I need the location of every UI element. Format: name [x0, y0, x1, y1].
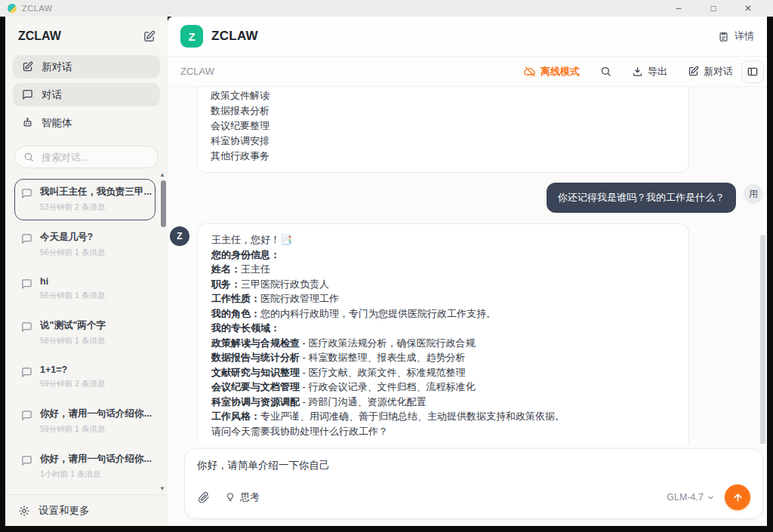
sidebar-title: ZCLAW: [18, 29, 61, 43]
model-label: GLM-4.7: [667, 492, 704, 503]
message-line: 会议纪要整理: [211, 118, 676, 134]
conversation-item[interactable]: 1+1=? 59分钟前 2 条消息: [14, 358, 156, 397]
conversation-meta: 53分钟前 2 条消息: [40, 202, 152, 213]
chat-scrollbar-thumb[interactable]: [760, 235, 765, 444]
close-button[interactable]: ✕: [731, 0, 765, 17]
message-line: 政策文件解读: [211, 88, 676, 103]
conversation-meta: 59分钟前 1 条消息: [40, 424, 152, 435]
offline-mode-badge[interactable]: 离线模式: [524, 65, 580, 78]
app-window: ZCLAW – □ ✕ ZCLAW 新对话 对: [0, 0, 773, 532]
sidebar-item-label: 对话: [42, 88, 62, 102]
message-line: 会议纪要与文档管理 - 行政会议记录、文件归档、流程标准化: [211, 380, 675, 395]
search-conversations-box[interactable]: [14, 146, 159, 168]
os-titlebar: ZCLAW – □ ✕: [0, 0, 773, 17]
conversation-title: 说"测试"两个字: [40, 319, 106, 332]
sidebar: ZCLAW 新对话 对话 智能体: [5, 17, 168, 526]
chat-bubble-icon: [21, 367, 32, 378]
conversation-meta: 1小时前 1 条消息: [40, 469, 152, 480]
message-line: 王主任，您好！📑: [211, 232, 675, 248]
gear-icon: [18, 505, 30, 517]
message-line: 文献研究与知识整理 - 医疗文献、政策文件、标准规范整理: [211, 365, 675, 380]
chat-bubble-icon: [21, 233, 32, 244]
download-icon: [632, 66, 643, 77]
sidebar-item-label: 智能体: [42, 116, 72, 130]
message-line: 其他行政事务: [211, 149, 676, 164]
message-line: 工作风格：专业严谨、用词准确、善于归纳总结、主动提供数据支持和政策依据。: [211, 409, 675, 424]
message-line: 政策解读与合规检查 - 医疗政策法规分析，确保医院行政合规: [211, 336, 675, 351]
offline-mode-label: 离线模式: [540, 65, 580, 78]
sidebar-scrollbar-thumb[interactable]: [161, 180, 166, 227]
new-chat-icon[interactable]: [143, 30, 156, 43]
assistant-message: 王主任，您好！📑 您的身份信息： 姓名：王主任 职务：三甲医院行政负责人 工作性…: [197, 223, 689, 444]
conversation-item[interactable]: 你好，请用一句话介绍你... 59分钟前 1 条消息: [14, 401, 156, 442]
conversation-item[interactable]: 我叫王主任，我负责三甲... 53分钟前 2 条消息: [14, 179, 156, 220]
message-line: 数据报告与统计分析 - 科室数据整理、报表生成、趋势分析: [211, 350, 675, 365]
app-icon: [8, 4, 17, 13]
sidebar-item-settings[interactable]: 设置和更多: [5, 494, 168, 526]
assistant-message-truncated: 政策文件解读数据报表分析会议纪要整理科室协调安排其他行政事务: [197, 87, 689, 173]
conversation-toolbar: ZCLAW 离线模式 导出: [168, 57, 767, 87]
send-button[interactable]: [725, 484, 750, 510]
minimize-button[interactable]: –: [661, 0, 696, 17]
conversation-item[interactable]: hi 56分钟前 1 条消息: [14, 269, 156, 309]
conversation-item[interactable]: 说"测试"两个字 58分钟前 1 条消息: [14, 312, 156, 354]
new-chat-label: 新对话: [704, 65, 733, 78]
paperclip-icon: [197, 491, 210, 504]
details-button[interactable]: 详情: [718, 29, 754, 43]
conversation-title: 我叫王主任，我负责三甲...: [40, 186, 152, 198]
think-toggle[interactable]: 思考: [225, 490, 260, 504]
sidebar-item-new-chat[interactable]: 新对话: [13, 55, 160, 78]
page-title: ZCLAW: [211, 29, 258, 44]
message-line: 科室协调与资源调配 - 跨部门沟通、资源优化配置: [211, 395, 675, 410]
message-line: 我的角色：您的内科行政助理，专门为您提供医院行政工作支持。: [211, 306, 675, 321]
assistant-avatar: Z: [170, 226, 189, 246]
panel-toggle-button[interactable]: [741, 60, 764, 83]
new-chat-button[interactable]: 新对话: [688, 65, 733, 78]
chat-bubble-icon: [21, 410, 32, 421]
message-line: 工作性质：医院行政管理工作: [211, 291, 675, 306]
edit-icon: [688, 66, 699, 77]
cloud-off-icon: [524, 66, 536, 78]
message-line: 职务：三甲医院行政负责人: [211, 277, 675, 292]
attach-file-button[interactable]: [197, 491, 210, 504]
main-panel: Z ZCLAW 详情 ZCLAW 离线模式: [168, 17, 767, 526]
conversation-item[interactable]: 你好，请用一句话介绍你... 1小时前 1 条消息: [14, 446, 156, 487]
arrow-up-icon: [732, 492, 744, 503]
conversation-title: 你好，请用一句话介绍你...: [40, 453, 152, 466]
message-line: 姓名：王主任: [211, 262, 675, 277]
search-input[interactable]: [40, 151, 146, 164]
message-input[interactable]: 你好，请简单介绍一下你自己: [197, 459, 750, 484]
conversation-item[interactable]: 说"测试成功"四个字 1小时前 2 条消息: [14, 491, 156, 494]
clipboard-icon: [718, 31, 729, 42]
chat-scroll-area[interactable]: 政策文件解读数据报表分析会议纪要整理科室协调安排其他行政事务 你还记得我是谁吗？…: [168, 87, 767, 444]
edit-icon: [22, 61, 33, 72]
message-line: 您的身份信息：: [211, 248, 675, 263]
chat-bubble-icon: [22, 89, 33, 100]
details-label: 详情: [735, 29, 754, 43]
chat-bubble-icon: [21, 455, 32, 466]
conversation-title: hi: [40, 276, 105, 287]
sidebar-item-chats[interactable]: 对话: [13, 83, 160, 106]
conversation-meta: 56分钟前 1 条消息: [40, 248, 105, 258]
settings-label: 设置和更多: [38, 504, 90, 518]
conversation-title: 今天是几号?: [40, 231, 105, 244]
robot-icon: [22, 117, 33, 128]
message-line: 数据报表分析: [211, 103, 676, 118]
search-button[interactable]: [600, 66, 611, 77]
export-button[interactable]: 导出: [632, 65, 667, 78]
maximize-button[interactable]: □: [696, 0, 731, 17]
conversation-title: 你好，请用一句话介绍你...: [40, 407, 152, 420]
user-message: 你还记得我是谁吗？我的工作是什么？: [547, 183, 736, 213]
search-icon: [23, 152, 34, 162]
scroll-up-arrow[interactable]: ▲: [158, 173, 167, 179]
sidebar-toggle-icon: [747, 66, 759, 78]
conversation-name: ZCLAW: [180, 66, 214, 77]
chat-bubble-icon: [21, 188, 32, 199]
app-logo: Z: [180, 25, 203, 48]
scroll-down-arrow[interactable]: ▼: [158, 485, 167, 493]
main-header: Z ZCLAW 详情: [168, 17, 767, 57]
sidebar-item-agents[interactable]: 智能体: [13, 111, 160, 134]
conversation-item[interactable]: 今天是几号? 56分钟前 1 条消息: [14, 224, 156, 266]
think-label: 思考: [240, 490, 260, 504]
model-selector[interactable]: GLM-4.7: [667, 492, 715, 503]
